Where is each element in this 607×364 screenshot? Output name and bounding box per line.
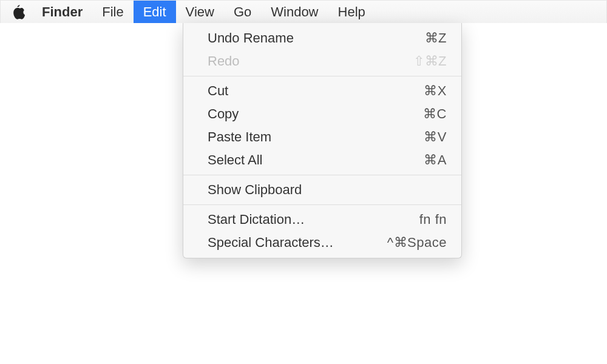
menu-item-label: Select All <box>208 152 263 168</box>
menu-item-label: Paste Item <box>208 129 271 145</box>
menu-item-shortcut: ⌘C <box>423 106 447 122</box>
menu-item-shortcut: ⌘X <box>424 83 447 99</box>
menubar-item-edit[interactable]: Edit <box>134 1 176 23</box>
menu-item-redo: Redo ⇧⌘Z <box>183 50 461 73</box>
menu-item-shortcut: ⌘A <box>424 152 447 168</box>
menu-item-shortcut: ⌘Z <box>425 30 447 46</box>
menubar-item-help[interactable]: Help <box>328 1 375 23</box>
apple-logo-icon[interactable] <box>5 5 32 19</box>
menubar: Finder File Edit View Go Window Help <box>1 1 606 24</box>
menubar-app-name[interactable]: Finder <box>32 1 92 23</box>
menu-item-paste-item[interactable]: Paste Item ⌘V <box>183 126 461 149</box>
menu-separator <box>183 175 461 175</box>
menu-item-select-all[interactable]: Select All ⌘A <box>183 149 461 172</box>
menu-item-start-dictation[interactable]: Start Dictation… fn fn <box>183 208 461 231</box>
menu-item-label: Undo Rename <box>208 30 294 46</box>
menu-item-cut[interactable]: Cut ⌘X <box>183 79 461 103</box>
menu-item-shortcut: fn fn <box>419 212 447 228</box>
menu-item-show-clipboard[interactable]: Show Clipboard <box>183 178 461 201</box>
menu-item-shortcut: ⌘V <box>424 129 447 145</box>
menu-item-special-characters[interactable]: Special Characters… ^⌘Space <box>183 231 461 254</box>
menu-item-label: Special Characters… <box>208 235 334 251</box>
menu-item-label: Cut <box>208 83 228 99</box>
menu-item-shortcut: ^⌘Space <box>387 235 447 251</box>
menubar-item-file[interactable]: File <box>92 1 133 23</box>
menubar-item-window[interactable]: Window <box>261 1 328 23</box>
menu-item-shortcut: ⇧⌘Z <box>413 53 447 69</box>
menu-item-label: Redo <box>208 53 240 69</box>
menubar-item-view[interactable]: View <box>176 1 224 23</box>
menu-separator <box>183 204 461 205</box>
menu-item-undo-rename[interactable]: Undo Rename ⌘Z <box>183 27 461 50</box>
menu-item-label: Copy <box>208 106 239 122</box>
menu-item-copy[interactable]: Copy ⌘C <box>183 103 461 126</box>
menu-item-label: Show Clipboard <box>208 182 302 198</box>
menubar-item-go[interactable]: Go <box>224 1 261 23</box>
menu-separator <box>183 76 461 76</box>
menu-item-label: Start Dictation… <box>208 212 305 228</box>
edit-menu-dropdown: Undo Rename ⌘Z Redo ⇧⌘Z Cut ⌘X Copy ⌘C P… <box>183 23 462 258</box>
